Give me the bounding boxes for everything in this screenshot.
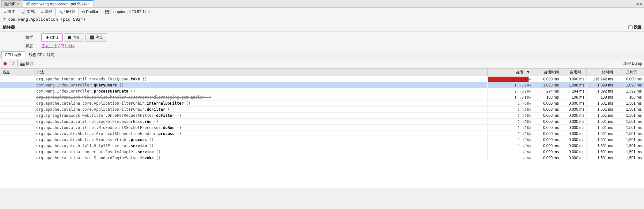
col-header-method[interactable]: 方法 (34, 69, 487, 76)
tab-threads-label: 线程 (44, 9, 52, 14)
tab-overview-label: 概述 (7, 9, 15, 14)
table-row[interactable]: com.wang.IndexController.processUserData… (0, 88, 644, 94)
refresh-icon: ↺ (3, 17, 6, 22)
table-header-row: 热点 方法 自用...▼ 自用时间 自用时... 总时间 总时间 (0, 69, 644, 76)
table-row[interactable]: org.apache.catalina.core.StandardEngineV… (0, 155, 644, 161)
process-name: com.wang.Application (pid 5924) (8, 17, 85, 22)
sampler-controls: 抽样： ⊙ CPU ▦ 内存 ⬛ 停止 状态： 正在进行 CPU 抽样 (0, 32, 644, 51)
col-header-total-time[interactable]: 总时间 (587, 69, 615, 76)
nav-right-icon: ▶ (640, 2, 643, 6)
hotspot-label: 热点 (2, 70, 10, 74)
tab-profiler[interactable]: ⊙ Profiler (79, 8, 101, 16)
table-row[interactable]: org.apache.coyote.AbstractProtocol$Conne… (0, 131, 644, 137)
table-row[interactable]: org.apache.tomcat.util.threads.TaskQueue… (0, 76, 644, 82)
cell-total-pct: 1,501 ms (615, 101, 644, 107)
refresh-btn[interactable]: ↺ (10, 61, 16, 67)
table-row[interactable]: org.apache.coyote.AbstractProcessorLight… (0, 137, 644, 143)
snapshot-button[interactable]: 📷 快照 (17, 60, 36, 67)
status-row: 状态： 正在进行 CPU 抽样 (26, 43, 618, 49)
cell-hotspot (0, 107, 34, 113)
cell-self-time: 0.000 ms (532, 113, 561, 119)
settings-checkbox[interactable] (628, 25, 633, 29)
thread-dump-text: 线程 Dump (623, 61, 642, 66)
tab-threads[interactable]: ≡ 线程 (38, 8, 55, 16)
cell-hotspot (0, 76, 34, 82)
table-row[interactable]: org.apache.catalina.core.ApplicationFilt… (0, 101, 644, 107)
heapdump-close[interactable]: ✕ (148, 10, 150, 13)
tab-cpu-samples[interactable]: CPU 样例 (1, 51, 25, 59)
cell-hotspot (0, 94, 34, 101)
cell-hotspot (0, 101, 34, 107)
col-header-total-pct[interactable]: 总时间 ... (615, 69, 644, 76)
cpu-button[interactable]: ⊙ CPU (41, 34, 63, 41)
cell-method: org.apache.coyote.AbstractProcessorLight… (34, 137, 487, 143)
cell-self-bar: 1... (0.9%) (488, 82, 532, 88)
threads-icon: ≡ (41, 10, 43, 14)
table-row[interactable]: org.apache.tomcat.util.net.NioEndpoint$S… (0, 125, 644, 131)
col-header-self-bar[interactable]: 自用...▼ (488, 69, 532, 76)
profiler-icon: ⊙ (82, 10, 85, 14)
process-title-bar: ↺ com.wang.Application (pid 5924) (0, 16, 644, 23)
cell-self-bar: 0... (0%) (488, 137, 532, 143)
tab-app-process[interactable]: 🌿 com.wang.Application (pid 5924) ✕ (23, 0, 93, 7)
cell-total-pct: 1,501 ms (615, 131, 644, 137)
col-header-self-time[interactable]: 自用时间 (532, 69, 561, 76)
cell-method: org.apache.tomcat.util.threads.TaskQueue… (34, 76, 487, 82)
cell-total-time: 1,501 ms (587, 131, 615, 137)
tab-heapdump-label: [heapdump] 23:57:14 (110, 10, 146, 14)
cell-total-time: 1,098 ms (587, 82, 615, 88)
cell-self-bar: 0... (0%) (488, 155, 532, 161)
thread-cpu-label: 线程 CPU 时间 (29, 52, 54, 58)
settings-label: 设置 (634, 25, 641, 30)
cell-total-time: 1,501 ms (587, 137, 615, 143)
table-row[interactable]: com.wang.IndexController.queryUsers ()1.… (0, 82, 644, 88)
tab-profiler-label: Profiler (86, 10, 98, 14)
tab-start-close[interactable]: ✕ (17, 2, 19, 6)
tab-start-page[interactable]: 起始页 ✕ (1, 0, 22, 7)
cell-total-time: 1,501 ms (587, 149, 615, 155)
tab-heapdump[interactable]: 💾 [heapdump] 23:57:14 ✕ (102, 8, 153, 16)
cell-self-time: 0.000 ms (532, 119, 561, 125)
record-button[interactable] (2, 61, 8, 67)
cell-total-time: 1,392 ms (587, 88, 615, 94)
tab-overview[interactable]: ≡ 概述 (1, 8, 18, 16)
total-pct-label: 总时间 ... (626, 70, 642, 74)
tab-thread-cpu-time[interactable]: 线程 CPU 时间 (25, 51, 58, 59)
tab-app-close[interactable]: ✕ (88, 2, 91, 6)
tab-sampler[interactable]: 🔍 抽样器 (56, 8, 78, 16)
cell-total-pct: 1,501 ms (615, 155, 644, 161)
cell-total-pct: 0.000 ms (615, 76, 644, 82)
cell-method: org.apache.coyote.http11.Http11Processor… (34, 143, 487, 149)
cell-hotspot (0, 137, 34, 143)
table-row[interactable]: org.apache.catalina.connector.CoyoteAdap… (0, 149, 644, 155)
cell-method: org.apache.catalina.connector.CoyoteAdap… (34, 149, 487, 155)
table-row[interactable]: org.apache.coyote.http11.Http11Processor… (0, 143, 644, 149)
cell-self-bar: 1... (0.1%) (488, 94, 532, 101)
table-row[interactable]: org.springframework.web.filter.OncePerRe… (0, 113, 644, 119)
col-header-hotspot[interactable]: 热点 (0, 69, 34, 76)
cell-hotspot (0, 125, 34, 131)
cell-self-bar: 0... (0%) (488, 149, 532, 155)
sampler-header: 抽样器 设置 (0, 23, 644, 32)
table-row[interactable]: org.springframework.web.servlet.handler.… (0, 94, 644, 101)
cell-method: org.springframework.web.filter.OncePerRe… (34, 113, 487, 119)
toolbar-buttons: ↺ 📷 快照 (2, 60, 36, 67)
data-table-container: 热点 方法 自用...▼ 自用时间 自用时... 总时间 总时间 (0, 68, 644, 188)
stop-button[interactable]: ⬛ 停止 (85, 34, 107, 41)
cell-total-time: 108 ms (587, 94, 615, 101)
self-time-label: 自用时间 (544, 70, 559, 74)
cell-self-bar: 0... (0%) (488, 131, 532, 137)
table-row[interactable]: org.apache.catalina.core.ApplicationFilt… (0, 107, 644, 113)
cell-self-bar: 0... (0%) (488, 113, 532, 119)
col-header-self-pct[interactable]: 自用时... (561, 69, 587, 76)
self-pct-label: 自用时... (570, 70, 584, 74)
tab-monitor[interactable]: 📊 监视 (19, 8, 38, 16)
cell-self-pct: 0.000 ms (561, 125, 587, 131)
memory-button[interactable]: ▦ 内存 (64, 34, 84, 41)
settings-checkbox-area: 设置 (628, 25, 641, 30)
cell-self-time: 0.000 ms (532, 155, 561, 161)
cell-self-pct: 0.000 ms (561, 119, 587, 125)
cell-method: org.springframework.web.servlet.handler.… (34, 94, 487, 101)
cell-total-pct: 1,501 ms (615, 125, 644, 131)
table-row[interactable]: org.apache.tomcat.util.net.SocketProcess… (0, 119, 644, 125)
